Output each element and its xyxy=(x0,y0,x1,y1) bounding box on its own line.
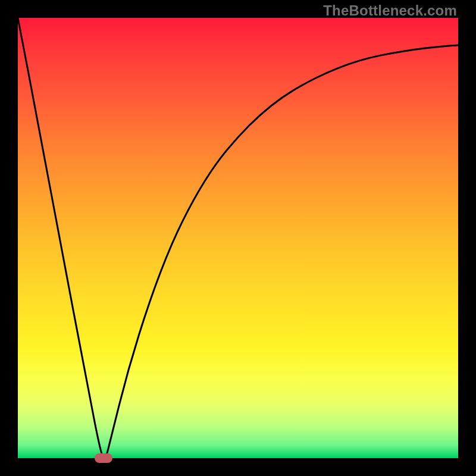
bottleneck-curve xyxy=(18,18,458,458)
plot-area xyxy=(18,18,458,458)
chart-container: TheBottleneck.com xyxy=(0,0,476,476)
watermark-text: TheBottleneck.com xyxy=(323,2,457,19)
optimal-marker xyxy=(95,453,112,463)
curve-svg xyxy=(18,18,458,458)
